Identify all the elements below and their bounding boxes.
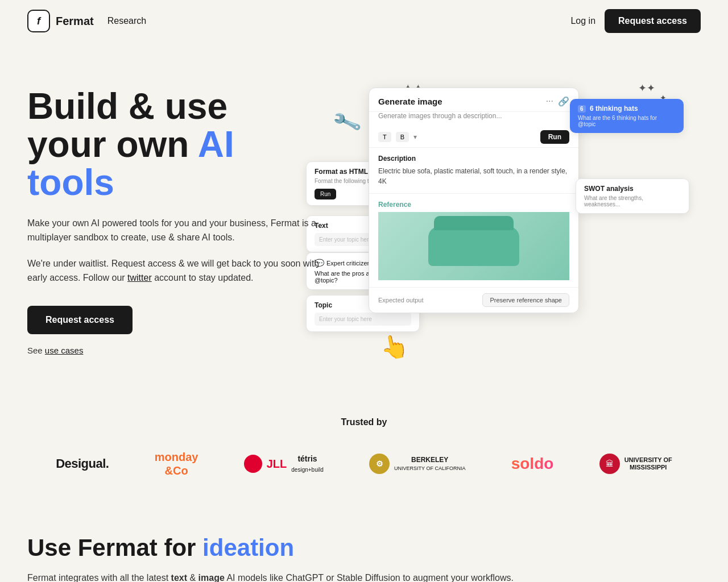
thinking-title: 6 6 thinking hats — [578, 105, 676, 113]
hero-desc2-suffix: account to stay updated. — [152, 273, 254, 282]
description-text: Electric blue sofa, plastic material, so… — [378, 166, 569, 186]
hero-desc2: We're under waitlist. Request access & w… — [27, 256, 323, 285]
hero-desc1: Make your own AI powered tools for you a… — [27, 216, 323, 245]
logo-icon: f — [27, 10, 50, 32]
mississippi-text: UNIVERSITY OFMISSISSIPPI — [624, 456, 672, 471]
run-button[interactable]: Run — [540, 130, 569, 144]
jll-logo: JLL tétrisdesign+build — [244, 454, 324, 474]
desigual-logo: Desigual. — [56, 456, 109, 471]
hero-section: Build & use your own AI tools Make your … — [0, 42, 728, 394]
soldo-logo: soldo — [511, 455, 554, 473]
monday-logo: monday&Co — [155, 450, 198, 477]
card-header-icons: ··· 🔗 — [546, 96, 569, 107]
hero-title-line2-plain: your own — [27, 124, 198, 165]
berkeley-circle: ⚙ — [369, 454, 390, 474]
twitter-link[interactable]: twitter — [127, 273, 152, 282]
toolbar-chevron: ▾ — [413, 133, 417, 141]
nav-right: Log in Request access — [570, 9, 701, 33]
trusted-section: Trusted by Desigual. monday&Co JLL tétri… — [0, 394, 728, 512]
hand-pointer-icon: 👆 — [378, 331, 410, 363]
toolbar-t-btn[interactable]: T — [378, 132, 391, 142]
card-subtitle: Generate images through a description... — [369, 112, 578, 127]
generate-image-card: Generate image ··· 🔗 Generate images thr… — [369, 88, 579, 313]
toolbar-b-btn[interactable]: B — [396, 132, 409, 142]
see-prefix: See — [27, 346, 45, 355]
swot-card: SWOT analysis What are the strengths, we… — [576, 178, 689, 214]
tetris-text: tétrisdesign+build — [291, 454, 323, 474]
logo-text: Fermat — [56, 15, 94, 28]
berkeley-text: BERKELEYUNIVERSITY OF CALIFORNIA — [394, 456, 465, 472]
use-title-ideation: ideation — [202, 534, 294, 561]
mississippi-circle: 🏛 — [599, 454, 620, 474]
use-fermat-section: Use Fermat for ideation Fermat integrate… — [0, 512, 728, 582]
link-icon[interactable]: 🔗 — [558, 96, 569, 107]
nav-left: f Fermat Research — [27, 10, 146, 32]
login-button[interactable]: Log in — [570, 16, 595, 26]
use-title: Use Fermat for ideation — [27, 534, 701, 562]
tool-icon: 🔧 — [331, 107, 363, 138]
see-use-cases: See use cases — [27, 346, 323, 355]
hero-illustration: ✦✦ ✦ ✦✦ ✦ 🔧 Format as HTML Format the fo… — [300, 76, 701, 372]
swot-title: SWOT analysis — [584, 185, 681, 193]
thinking-badge: 6 — [578, 105, 586, 113]
more-icon[interactable]: ··· — [546, 96, 553, 107]
use-title-plain: Use Fermat for — [27, 534, 202, 561]
hero-title: Build & use your own AI tools — [27, 88, 323, 202]
topic-placeholder[interactable]: Enter your topic here — [315, 313, 411, 326]
star-deco-3: ✦✦ — [638, 82, 655, 94]
logo-link[interactable]: f Fermat — [27, 10, 94, 32]
berkeley-logo: ⚙ BERKELEYUNIVERSITY OF CALIFORNIA — [369, 454, 465, 474]
description-label: Description — [378, 155, 569, 163]
card-bottom: Expected output Preserve reference shape — [369, 288, 578, 313]
preserve-shape-select[interactable]: Preserve reference shape — [482, 293, 569, 307]
card-header: Generate image ··· 🔗 — [369, 88, 578, 112]
navbar: f Fermat Research Log in Request access — [0, 0, 728, 42]
hero-title-line1: Build & use — [27, 86, 228, 127]
use-desc: Fermat integrates with all the latest te… — [27, 571, 701, 582]
mississippi-logo: 🏛 UNIVERSITY OFMISSISSIPPI — [599, 454, 672, 474]
sofa-illustration — [428, 226, 519, 266]
request-access-nav-button[interactable]: Request access — [605, 9, 701, 33]
hero-left: Build & use your own AI tools Make your … — [27, 76, 323, 372]
jll-circle — [244, 455, 262, 473]
use-cases-link[interactable]: use cases — [45, 346, 84, 355]
request-access-hero-button[interactable]: Request access — [27, 306, 133, 334]
thinking-subtitle: What are the 6 thinking hats for @topic — [578, 115, 676, 127]
expected-label: Expected output — [378, 297, 424, 304]
research-link[interactable]: Research — [107, 16, 146, 26]
swot-subtitle: What are the strengths, weaknesses... — [584, 195, 681, 207]
reference-label: Reference — [378, 201, 569, 209]
card-toolbar: T B ▾ Run — [369, 127, 578, 148]
reference-image — [378, 212, 569, 280]
card-title: Generate image — [378, 97, 442, 106]
thinking-label: 6 thinking hats — [590, 105, 638, 113]
expert-title: Expert criticizer — [326, 260, 369, 267]
description-section: Description Electric blue sofa, plastic … — [369, 148, 578, 194]
trusted-label: Trusted by — [27, 417, 701, 427]
thinking-hats-card: 6 6 thinking hats What are the 6 thinkin… — [570, 99, 684, 133]
logos-row: Desigual. monday&Co JLL tétrisdesign+bui… — [27, 450, 701, 500]
jll-text: JLL — [267, 458, 287, 471]
reference-section: Reference — [369, 194, 578, 288]
